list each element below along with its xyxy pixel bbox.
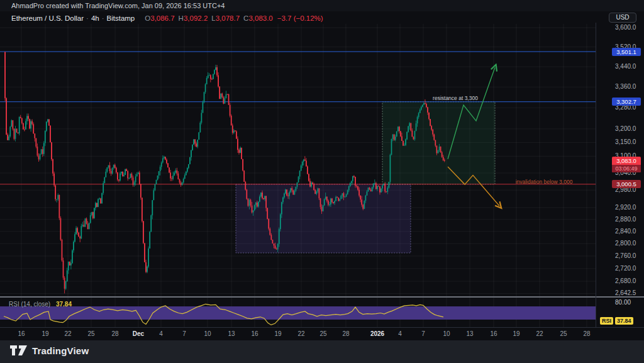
time-tick-label: Dec <box>126 330 151 337</box>
interval-label[interactable]: 4h <box>91 14 99 22</box>
time-tick-label: 13 <box>219 330 244 337</box>
low-value: 3,078.7 <box>216 14 240 22</box>
time-tick-label: 25 <box>551 330 576 337</box>
rsi-badge-value: 37.84 <box>615 317 633 325</box>
time-tick-label: 19 <box>504 330 529 337</box>
open-value: 3,086.7 <box>150 14 174 22</box>
time-tick-label: 16 <box>9 330 34 337</box>
time-tick-label: 19 <box>33 330 58 337</box>
time-tick-label: 22 <box>527 330 552 337</box>
high-label: H <box>179 14 184 22</box>
price-tick-label: 2,840.0 <box>615 228 636 235</box>
time-tick-label: 10 <box>434 330 459 337</box>
price-tick-label: 2,642.5 <box>615 289 636 296</box>
rsi-top-tick-label: 80.00 <box>615 299 631 306</box>
top-bar: AhmadPro created with TradingView.com, J… <box>0 0 644 11</box>
time-tick-label: 28 <box>574 330 599 337</box>
tradingview-chart-screenshot: AhmadPro created with TradingView.com, J… <box>0 0 644 363</box>
open-label: O <box>145 14 150 22</box>
price-tick-label: 3,150.0 <box>615 138 636 145</box>
candles-layer <box>4 52 445 293</box>
exchange-label: Bitstamp <box>107 14 135 22</box>
time-tick-label: 4 <box>387 330 413 337</box>
time-tick-label: 22 <box>55 330 80 337</box>
bottom-bar: TradingView <box>0 340 644 363</box>
time-tick-label: 25 <box>79 330 104 337</box>
price-tick-label: 3,440.0 <box>615 63 636 70</box>
chart-panel[interactable]: Ethereum / U.S. Dollar·4h·BitstampO3,086… <box>0 11 644 340</box>
grid-lines <box>0 24 596 327</box>
time-tick-label: 4 <box>148 330 174 337</box>
time-tick-label: 10 <box>195 330 220 337</box>
chart-canvas[interactable] <box>0 11 644 340</box>
price-axis[interactable]: 3,600.03,520.03,440.03,360.03,280.03,200… <box>596 11 644 340</box>
current-price-label: 3,083.003:06:49 <box>612 157 641 172</box>
separator-dot: · <box>102 14 104 22</box>
price-tick-label: 3,360.0 <box>615 83 636 90</box>
symbol-info-row: Ethereum / U.S. Dollar·4h·BitstampO3,086… <box>11 14 323 22</box>
time-tick-label: 2026 <box>365 330 390 337</box>
rsi-indicator-label[interactable]: RSI (14, close) 37.84 <box>9 301 72 308</box>
time-tick-label: 16 <box>481 330 506 337</box>
rsi-title: RSI <box>9 301 19 308</box>
tradingview-logo-text: TradingView <box>32 345 89 356</box>
price-tick-label: 3,200.0 <box>615 125 636 132</box>
bar-close-countdown: 03:06:49 <box>612 165 641 172</box>
price-tick-label: 2,720.0 <box>615 265 636 272</box>
price-tick-label: 2,760.0 <box>615 252 636 259</box>
time-tick-label: 25 <box>311 330 336 337</box>
rsi-badge-label: RSI <box>600 317 613 325</box>
level-price-label: 3,302.7 <box>612 98 641 106</box>
close-value: 3,083.0 <box>248 14 272 22</box>
price-tick-label: 3,600.0 <box>615 24 636 31</box>
price-tick-label: 2,680.0 <box>615 277 636 284</box>
price-tick-label: 2,800.0 <box>615 240 636 247</box>
time-tick-label: 13 <box>457 330 482 337</box>
tradingview-logo-icon <box>10 345 27 356</box>
attribution-text: AhmadPro created with TradingView.com, J… <box>11 2 225 9</box>
rsi-value: 37.84 <box>56 301 72 308</box>
time-tick-label: 7 <box>172 330 197 337</box>
time-tick-label: 22 <box>289 330 314 337</box>
high-value: 3,092.2 <box>184 14 208 22</box>
separator-dot: · <box>86 14 89 22</box>
tradingview-logo[interactable]: TradingView <box>10 345 89 356</box>
level-price-label: 3,501.1 <box>612 48 641 56</box>
rsi-axis-badges: RSI37.84 <box>600 314 635 325</box>
price-tick-label: 2,920.0 <box>615 204 636 211</box>
invalidation-price-label: 3,000.5 <box>612 180 641 188</box>
time-axis[interactable]: 1619222528Dec471013161922252820264710131… <box>0 327 596 340</box>
resistance-annotation[interactable]: resistance at 3,300 <box>433 95 478 101</box>
symbol-title[interactable]: Ethereum / U.S. Dollar <box>11 14 84 22</box>
invalidation-annotation[interactable]: invalidation below 3,000 <box>516 179 573 185</box>
time-tick-label: 7 <box>411 330 436 337</box>
rsi-params: (14, close) <box>21 301 50 308</box>
time-tick-label: 28 <box>333 330 358 337</box>
time-tick-label: 28 <box>103 330 128 337</box>
change-value: −3.7 (−0.12%) <box>277 14 323 22</box>
price-tick-label: 2,880.0 <box>615 216 636 223</box>
time-tick-label: 16 <box>242 330 267 337</box>
time-tick-label: 19 <box>265 330 291 337</box>
ohlc-values: O3,086.7H3,092.2L3,078.7C3,083.0−3.7 (−0… <box>141 14 323 22</box>
